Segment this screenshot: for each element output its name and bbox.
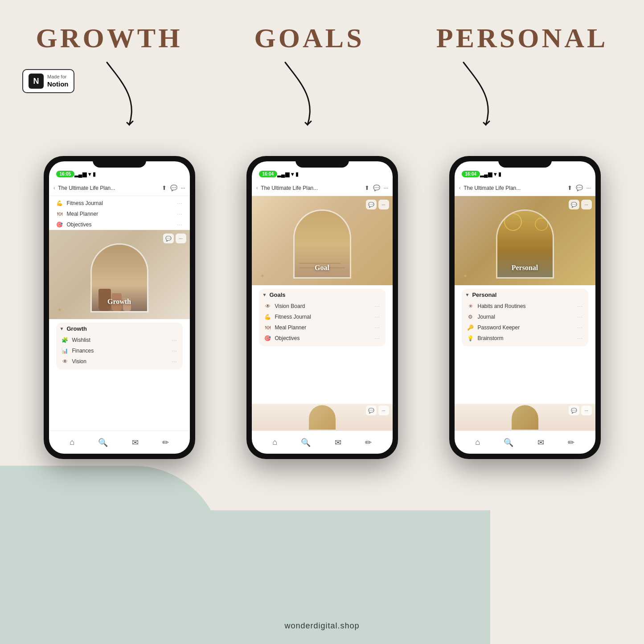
chat-bubble-icon-personal[interactable]: 💬: [569, 200, 579, 209]
wishlist-dots[interactable]: ···: [172, 337, 177, 343]
more-options-icon-goals[interactable]: ···: [378, 200, 389, 209]
fitness-icon: 💪: [56, 200, 63, 206]
more-icon-growth[interactable]: ···: [181, 185, 185, 192]
more-options-icon-personal[interactable]: ···: [581, 200, 592, 209]
objectives-dots[interactable]: ···: [177, 222, 182, 227]
chat-icons-growth: 💬 ···: [163, 234, 186, 243]
fitness-journal-item[interactable]: 💪 Fitness Journal ···: [263, 312, 382, 322]
growth-section-label: Growth: [66, 325, 87, 332]
status-icons-personal: ▂▄▆ ▾ ▮: [480, 171, 501, 177]
more-2-personal[interactable]: ···: [581, 406, 592, 415]
sidebar-goals: ▼ Goals 👁 Vision Board ··· 💪 Fitness Jou…: [252, 285, 393, 402]
finances-item[interactable]: 📊 Finances ···: [60, 345, 179, 356]
footer: wonderdigital.shop: [0, 621, 644, 631]
meal-planner-dots[interactable]: ···: [374, 325, 380, 330]
brainstorm-item[interactable]: 💡 Brainstorm ···: [465, 333, 585, 344]
chat-icon-personal[interactable]: 💬: [576, 185, 583, 192]
growth-arch-label: Growth: [107, 298, 131, 306]
chat-2-personal[interactable]: 💬: [569, 406, 579, 415]
vision-label: Vision: [72, 358, 168, 365]
password-dots[interactable]: ···: [577, 325, 582, 330]
fitness-dots[interactable]: ···: [177, 201, 182, 206]
hero-growth-image: 💬 ··· ✦ ✦ Growth: [49, 230, 190, 319]
phone-personal-notch: [498, 156, 552, 168]
meal-label: Meal Planner: [67, 211, 174, 217]
vision-board-dots[interactable]: ···: [374, 304, 380, 309]
home-icon-growth[interactable]: ⌂: [70, 438, 74, 447]
inbox-icon-goals[interactable]: ✉: [335, 438, 341, 447]
footer-url: wonderdigital.shop: [284, 621, 359, 630]
meal-dots[interactable]: ···: [177, 211, 182, 217]
search-icon-personal[interactable]: 🔍: [504, 438, 513, 447]
brainstorm-icon: 💡: [467, 335, 474, 341]
back-icon-growth[interactable]: ‹: [53, 185, 56, 192]
back-icon-goals[interactable]: ‹: [256, 185, 258, 192]
meal-planner-item[interactable]: 🍽 Meal Planner ···: [263, 322, 382, 333]
more-icon-personal[interactable]: ···: [587, 185, 591, 192]
objectives2-dots[interactable]: ···: [374, 336, 380, 341]
phone-indicator-growth: [97, 454, 142, 455]
journal-dots[interactable]: ···: [577, 314, 582, 320]
meal-icon: 🍽: [56, 211, 63, 217]
phone-goals-wrapper: 16:04 ▂▄▆ ▾ ▮ ‹ The Ultimate Life Plan..…: [246, 156, 398, 459]
sidebar-growth: ▼ Growth 🧩 Wishlist ··· 📊 Finances: [49, 319, 190, 431]
triangle-growth: ▼: [60, 326, 64, 331]
journal-item[interactable]: ⚙ Journal ···: [465, 312, 585, 322]
chat-bubble-icon-growth[interactable]: 💬: [163, 234, 174, 243]
arrow-goals-svg: [263, 53, 334, 143]
home-icon-goals[interactable]: ⌂: [272, 438, 277, 447]
personal-arch-label: Personal: [512, 264, 538, 272]
objectives-item[interactable]: 🎯 Objectives ···: [263, 333, 382, 344]
chat-bubble-icon-goals[interactable]: 💬: [366, 200, 377, 209]
section-card-personal: ▼ Personal ✳ Habits and Routines ··· ⚙ J…: [462, 289, 588, 346]
search-icon-goals[interactable]: 🔍: [301, 438, 311, 447]
chat-icon-goals[interactable]: 💬: [373, 185, 380, 192]
arrow-growth-svg: [85, 53, 156, 143]
goals-section-label: Goals: [269, 291, 285, 298]
habits-item[interactable]: ✳ Habits and Routines ···: [465, 301, 585, 312]
inbox-icon-growth[interactable]: ✉: [132, 438, 139, 447]
signal-icon-goals: ▂▄▆: [277, 171, 289, 177]
top-item-objectives[interactable]: 🎯 Objectives ···: [54, 219, 185, 230]
chat-2-goals[interactable]: 💬: [366, 406, 377, 415]
search-icon-growth[interactable]: 🔍: [98, 438, 108, 447]
share-icon-personal[interactable]: ⬆: [567, 185, 572, 192]
bottom-bar-growth: ⌂ 🔍 ✉ ✏: [49, 431, 190, 454]
vision-item[interactable]: 👁 Vision ···: [60, 356, 179, 367]
habits-dots[interactable]: ···: [577, 304, 582, 309]
notion-n-logo: N: [29, 74, 44, 89]
wishlist-item[interactable]: 🧩 Wishlist ···: [60, 335, 179, 345]
battery-icon: ▮: [93, 171, 96, 177]
share-icon-goals[interactable]: ⬆: [365, 185, 369, 192]
bottom-bar-personal: ⌂ 🔍 ✉ ✏: [455, 431, 595, 454]
finances-dots[interactable]: ···: [172, 348, 177, 353]
nav-icons-growth: ⬆ 💬 ···: [162, 185, 185, 192]
time-growth: 16:05: [56, 171, 75, 177]
fitness-label: Fitness Journal: [67, 200, 174, 206]
diamond-bottom-goals: ✦: [260, 272, 265, 280]
fitness-journal-dots[interactable]: ···: [374, 314, 380, 320]
top-item-meal-planner[interactable]: 🍽 Meal Planner ···: [54, 209, 185, 219]
back-icon-personal[interactable]: ‹: [459, 185, 461, 192]
password-item[interactable]: 🔑 Password Keeper ···: [465, 322, 585, 333]
brainstorm-dots[interactable]: ···: [577, 336, 582, 341]
chat-icons-personal-2: 💬 ···: [569, 406, 592, 415]
edit-icon-growth[interactable]: ✏: [162, 438, 169, 447]
inbox-icon-personal[interactable]: ✉: [537, 438, 544, 447]
more-options-icon-growth[interactable]: ···: [176, 234, 186, 243]
phone-growth: 16:05 ▂▄▆ ▾ ▮ ‹ The Ultimate Life Plan..…: [44, 156, 195, 459]
finances-icon: 📊: [62, 348, 69, 354]
share-icon-growth[interactable]: ⬆: [162, 185, 167, 192]
second-arch-goals: [309, 405, 336, 430]
edit-icon-personal[interactable]: ✏: [568, 438, 574, 447]
vision-dots[interactable]: ···: [172, 359, 177, 364]
chat-icon-growth[interactable]: 💬: [170, 185, 177, 192]
habits-label: Habits and Routines: [478, 303, 574, 309]
top-item-fitness-journal[interactable]: 💪 Fitness Journal ···: [54, 198, 185, 209]
vision-board-item[interactable]: 👁 Vision Board ···: [263, 301, 382, 312]
more-icon-goals[interactable]: ···: [384, 185, 388, 192]
more-2-goals[interactable]: ···: [378, 406, 389, 415]
edit-icon-goals[interactable]: ✏: [365, 438, 372, 447]
home-icon-personal[interactable]: ⌂: [475, 438, 480, 447]
section-card-goals: ▼ Goals 👁 Vision Board ··· 💪 Fitness Jou…: [259, 289, 386, 346]
